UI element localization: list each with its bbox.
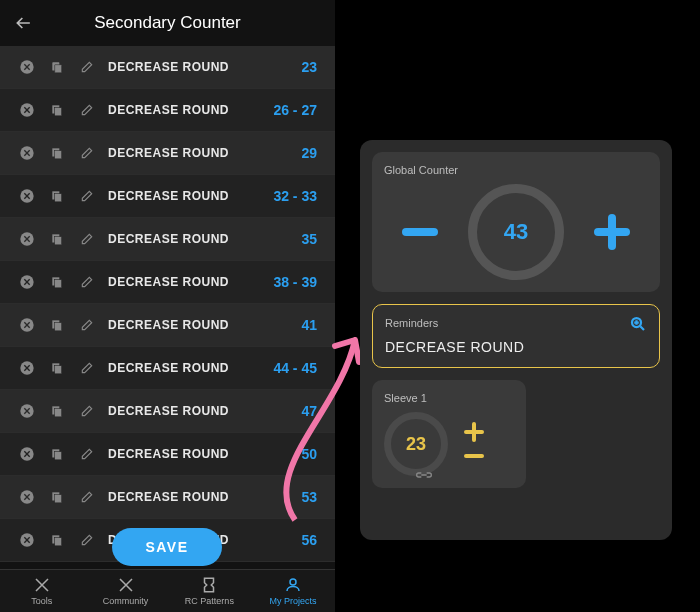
- delete-icon[interactable]: [18, 187, 36, 205]
- svg-rect-11: [55, 194, 62, 202]
- list-row[interactable]: DECREASE ROUND41: [0, 304, 335, 347]
- list-row[interactable]: DECREASE ROUND35: [0, 218, 335, 261]
- edit-icon[interactable]: [78, 230, 96, 248]
- copy-icon[interactable]: [48, 531, 66, 549]
- delete-icon[interactable]: [18, 144, 36, 162]
- list-row[interactable]: DECREASE ROUND47: [0, 390, 335, 433]
- edit-icon[interactable]: [78, 273, 96, 291]
- patterns-icon: [199, 576, 219, 594]
- global-counter-card: Global Counter 43: [372, 152, 660, 292]
- page-title: Secondary Counter: [12, 13, 323, 33]
- edit-icon[interactable]: [78, 144, 96, 162]
- row-value: 50: [301, 446, 317, 462]
- row-label: DECREASE ROUND: [108, 275, 273, 289]
- delete-icon[interactable]: [18, 273, 36, 291]
- list-row[interactable]: DECREASE ROUND 23: [0, 46, 335, 89]
- svg-rect-37: [402, 228, 438, 236]
- tab-community[interactable]: Community: [84, 570, 168, 612]
- row-label: DECREASE ROUND: [108, 318, 301, 332]
- svg-rect-32: [55, 495, 62, 503]
- delete-icon[interactable]: [18, 359, 36, 377]
- delete-icon[interactable]: [18, 230, 36, 248]
- sleeve-dial: 23: [384, 412, 448, 476]
- copy-icon[interactable]: [48, 273, 66, 291]
- magnify-icon[interactable]: [629, 315, 647, 333]
- svg-rect-26: [55, 409, 62, 417]
- edit-icon[interactable]: [78, 402, 96, 420]
- sleeve-card: Sleeve 1 23: [372, 380, 526, 488]
- copy-icon[interactable]: [48, 445, 66, 463]
- delete-icon[interactable]: [18, 58, 36, 76]
- edit-icon[interactable]: [78, 101, 96, 119]
- svg-rect-17: [55, 280, 62, 288]
- list-row[interactable]: DECREASE ROUND53: [0, 476, 335, 519]
- delete-icon[interactable]: [18, 402, 36, 420]
- delete-icon[interactable]: [18, 316, 36, 334]
- list-row[interactable]: DECREASE ROUND38 - 39: [0, 261, 335, 304]
- delete-icon[interactable]: [18, 531, 36, 549]
- row-value: 56: [301, 532, 317, 548]
- header: Secondary Counter: [0, 0, 335, 46]
- copy-icon[interactable]: [48, 402, 66, 420]
- edit-icon[interactable]: [78, 58, 96, 76]
- counter-value: 43: [504, 219, 528, 245]
- row-value: 38 - 39: [273, 274, 317, 290]
- svg-rect-43: [464, 454, 484, 458]
- svg-rect-35: [55, 538, 62, 546]
- tab-rc-patterns[interactable]: RC Patterns: [168, 570, 252, 612]
- svg-rect-42: [464, 430, 484, 434]
- copy-icon[interactable]: [48, 187, 66, 205]
- list-row[interactable]: DECREASE ROUND50: [0, 433, 335, 476]
- list-row[interactable]: DECREASE ROUND32 - 33: [0, 175, 335, 218]
- copy-icon[interactable]: [48, 230, 66, 248]
- tab-tools[interactable]: Tools: [0, 570, 84, 612]
- delete-icon[interactable]: [18, 101, 36, 119]
- row-label: DECREASE ROUND: [108, 232, 301, 246]
- row-value: 47: [301, 403, 317, 419]
- row-value: 53: [301, 489, 317, 505]
- link-icon[interactable]: [416, 470, 432, 480]
- delete-icon[interactable]: [18, 445, 36, 463]
- row-label: DECREASE ROUND: [108, 60, 301, 74]
- row-label: DECREASE ROUND: [108, 447, 301, 461]
- list-row[interactable]: DECREASE ROUND29: [0, 132, 335, 175]
- tools-icon: [32, 576, 52, 594]
- copy-icon[interactable]: [48, 144, 66, 162]
- row-value: 23: [301, 59, 317, 75]
- svg-rect-8: [55, 151, 62, 159]
- row-value: 29: [301, 145, 317, 161]
- row-label: DECREASE ROUND: [108, 490, 301, 504]
- copy-icon[interactable]: [48, 58, 66, 76]
- copy-icon[interactable]: [48, 359, 66, 377]
- edit-icon[interactable]: [78, 445, 96, 463]
- svg-point-36: [290, 579, 296, 585]
- reminders-card[interactable]: Reminders DECREASE ROUND: [372, 304, 660, 368]
- projects-icon: [283, 576, 303, 594]
- sleeve-decrement-button[interactable]: [460, 446, 488, 466]
- svg-rect-20: [55, 323, 62, 331]
- counter-dial: 43: [468, 184, 564, 280]
- svg-rect-14: [55, 237, 62, 245]
- edit-icon[interactable]: [78, 359, 96, 377]
- row-label: DECREASE ROUND: [108, 146, 301, 160]
- copy-icon[interactable]: [48, 101, 66, 119]
- tab-my-projects[interactable]: My Projects: [251, 570, 335, 612]
- edit-icon[interactable]: [78, 488, 96, 506]
- row-label: DECREASE ROUND: [108, 361, 273, 375]
- list-row[interactable]: DECREASE ROUND26 - 27: [0, 89, 335, 132]
- edit-icon[interactable]: [78, 316, 96, 334]
- decrement-button[interactable]: [397, 209, 443, 255]
- sleeve-value: 23: [406, 434, 426, 455]
- sleeve-increment-button[interactable]: [460, 422, 488, 442]
- copy-icon[interactable]: [48, 488, 66, 506]
- list-row[interactable]: DECREASE ROUND44 - 45: [0, 347, 335, 390]
- save-button[interactable]: SAVE: [112, 528, 222, 566]
- phone-frame: Secondary Counter DECREASE ROUND 23 DECR…: [0, 0, 335, 612]
- edit-icon[interactable]: [78, 531, 96, 549]
- delete-icon[interactable]: [18, 488, 36, 506]
- reminder-list[interactable]: DECREASE ROUND 23 DECREASE ROUND26 - 27 …: [0, 46, 335, 569]
- copy-icon[interactable]: [48, 316, 66, 334]
- increment-button[interactable]: [589, 209, 635, 255]
- svg-rect-39: [594, 228, 630, 236]
- edit-icon[interactable]: [78, 187, 96, 205]
